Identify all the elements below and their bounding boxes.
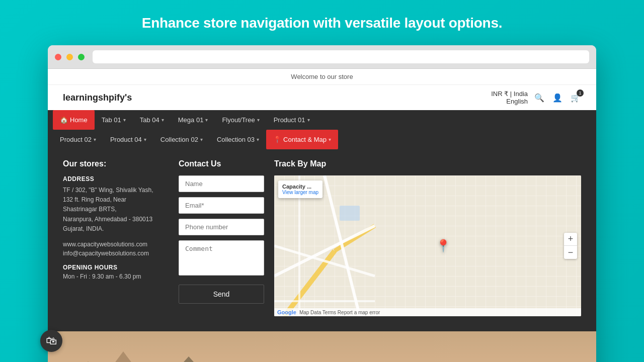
phone-input[interactable] [179, 219, 264, 235]
nav-item-mega01[interactable]: Mega 01 ▾ [171, 110, 215, 130]
nav-label-home: Home [70, 116, 88, 124]
browser-content: Welcome to our store learningshpify's IN… [48, 69, 596, 362]
chevron-collection02: ▾ [200, 137, 203, 142]
contact-form: Send [179, 175, 264, 304]
hours-text: Mon - Fri : 9.30 am - 6.30 pm [63, 273, 158, 280]
nav-item-collection03[interactable]: Collection 03 ▾ [210, 130, 266, 149]
nav-item-contact-map[interactable]: 📍 Contact & Map ▾ [266, 130, 338, 149]
chevron-flyout: ▾ [257, 117, 260, 123]
nav-bar-row1: 🏠 Home Tab 01 ▾ Tab 04 ▾ Mega 01 ▾ Flyou… [48, 110, 596, 130]
nav-label-collection02: Collection 02 [160, 136, 198, 143]
nav-label-collection03: Collection 03 [217, 136, 255, 143]
map-info-box: Capacity ... View larger map [278, 180, 323, 198]
browser-dot-close[interactable] [55, 54, 61, 60]
shopify-chat-icon[interactable]: 🛍 [40, 330, 62, 352]
header-icons: 🔍 👤 🛒 1 [534, 92, 581, 103]
welcome-text: Welcome to our store [291, 73, 353, 80]
search-icon[interactable]: 🔍 [534, 92, 545, 103]
chevron-product02: ▾ [94, 137, 96, 142]
chevron-product04: ▾ [144, 137, 146, 142]
nav-label-product01: Product 01 [274, 116, 305, 124]
browser-dot-minimize[interactable] [66, 54, 73, 60]
nav-item-flyout[interactable]: Flyout/Tree ▾ [215, 110, 266, 130]
svg-marker-9 [78, 351, 169, 362]
nav-item-collection02[interactable]: Collection 02 ▾ [153, 130, 210, 149]
page-background [48, 331, 596, 362]
language-label: English [506, 98, 528, 105]
nav-item-product02[interactable]: Product 02 ▾ [53, 130, 103, 149]
nav-item-tab01[interactable]: Tab 01 ▾ [95, 110, 133, 130]
store-logo: learningshpify's [63, 93, 132, 103]
nav-item-home[interactable]: 🏠 Home [53, 110, 95, 130]
nav-label-flyout: Flyout/Tree [222, 116, 255, 124]
address-label: ADDRESS [63, 175, 158, 183]
google-logo: Google [277, 309, 296, 315]
hours-label: OPENING HOURS [63, 264, 158, 271]
map-info-link[interactable]: View larger map [282, 190, 318, 195]
nav-item-tab04[interactable]: Tab 04 ▾ [133, 110, 171, 130]
map-footer-text: Map Data Terms Report a map error [299, 310, 380, 315]
welcome-bar: Welcome to our store [48, 69, 596, 85]
dropdown-panel: Our stores: ADDRESS TF / 302, "B" Wing, … [48, 149, 596, 331]
chevron-tab04: ▾ [162, 117, 164, 123]
map-icon: 📍 [273, 136, 281, 143]
browser-dot-maximize[interactable] [78, 54, 85, 60]
header-right: INR ₹ | India English 🔍 👤 🛒 1 [491, 90, 581, 105]
zoom-in-button[interactable]: + [564, 233, 577, 246]
nav-label-contact-map: Contact & Map [283, 136, 327, 143]
nav-label-product04: Product 04 [110, 136, 142, 143]
map-title: Track By Map [274, 159, 581, 168]
map-section: Track By Map [274, 159, 581, 316]
chevron-contact-map: ▾ [329, 137, 331, 142]
nav-bar-row2: Product 02 ▾ Product 04 ▾ Collection 02 … [48, 130, 596, 149]
chevron-product01: ▾ [307, 117, 310, 123]
comment-input[interactable] [179, 240, 264, 276]
svg-rect-7 [340, 206, 360, 221]
store-header: learningshpify's INR ₹ | India English 🔍… [48, 85, 596, 110]
send-button[interactable]: Send [179, 285, 264, 304]
cart-icon[interactable]: 🛒 1 [570, 92, 581, 103]
nav-item-product04[interactable]: Product 04 ▾ [103, 130, 153, 149]
nav-item-product01[interactable]: Product 01 ▾ [267, 110, 317, 130]
mountain-illustration [48, 331, 596, 362]
map-pin: 📍 [436, 239, 451, 253]
map-footer: Google Map Data Terms Report a map error [274, 308, 581, 316]
contact-title: Contact Us [179, 159, 264, 168]
svg-marker-10 [138, 356, 239, 362]
browser-chrome [48, 45, 596, 69]
name-input[interactable] [179, 175, 264, 192]
address-text: TF / 302, "B" Wing, Shivalik Yash, 132 f… [63, 186, 158, 234]
chevron-mega01: ▾ [205, 117, 208, 123]
nav-label-product02: Product 02 [60, 136, 92, 143]
svg-line-3 [325, 175, 360, 316]
contact-section: Contact Us Send [169, 159, 274, 316]
stores-title: Our stores: [63, 159, 158, 168]
cart-badge: 1 [577, 89, 584, 97]
shopify-logo: 🛍 [46, 334, 57, 347]
chevron-collection03: ▾ [257, 137, 259, 142]
map-zoom-controls: + − [564, 233, 577, 259]
zoom-out-button[interactable]: − [564, 246, 577, 259]
chevron-tab01: ▾ [123, 117, 126, 123]
browser-window: Welcome to our store learningshpify's IN… [48, 45, 596, 362]
stores-section: Our stores: ADDRESS TF / 302, "B" Wing, … [63, 159, 169, 316]
nav-label-tab04: Tab 04 [140, 116, 159, 124]
page-headline: Enhance store navigation with versatile … [142, 15, 502, 31]
currency-label: INR ₹ | India [491, 90, 528, 98]
website-link[interactable]: www.capacitywebsolutions.com [63, 241, 158, 248]
map-info-title: Capacity ... [282, 184, 318, 190]
email-link[interactable]: info@capacitywebsolutions.com [63, 250, 158, 257]
email-input[interactable] [179, 197, 264, 214]
nav-label-tab01: Tab 01 [102, 116, 121, 124]
home-icon: 🏠 [60, 116, 68, 124]
currency-selector[interactable]: INR ₹ | India English [491, 90, 528, 105]
nav-label-mega01: Mega 01 [178, 116, 204, 124]
map-placeholder: Capacity ... View larger map 📍 + − Googl… [274, 175, 581, 316]
browser-addressbar[interactable] [93, 50, 589, 63]
account-icon[interactable]: 👤 [552, 92, 563, 103]
